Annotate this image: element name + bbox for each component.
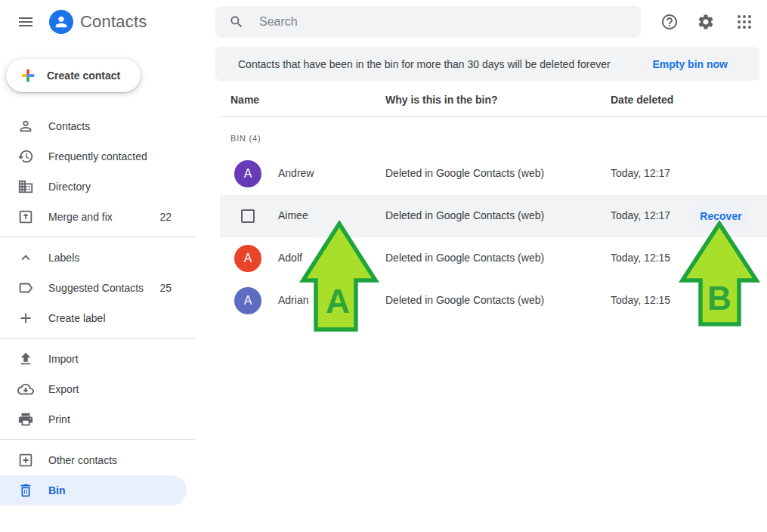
avatar-initial: A [244, 167, 252, 181]
banner-message: Contacts that have been in the bin for m… [238, 58, 611, 70]
sidebar-item-directory[interactable]: Directory [0, 172, 187, 202]
merge-fix-icon [17, 209, 35, 225]
sidebar-item-import[interactable]: Import [0, 344, 187, 374]
avatar-initial: A [244, 252, 252, 265]
sidebar-divider [0, 338, 195, 339]
sidebar-item-label: Create label [48, 312, 106, 324]
sidebar-item-bin[interactable]: Bin [0, 475, 187, 506]
google-plus-icon [20, 67, 36, 84]
date-deleted: Today, 12:17 [611, 167, 670, 179]
column-header-date: Date deleted [611, 94, 673, 106]
bin-reason: Deleted in Google Contacts (web) [385, 209, 544, 221]
sidebar-item-export[interactable]: Export [0, 374, 187, 404]
table-row-aimee[interactable]: Aimee Deleted in Google Contacts (web) T… [220, 195, 767, 237]
date-deleted: Today, 12:15 [611, 252, 670, 264]
box-plus-icon [17, 452, 35, 469]
top-bar: Contacts [0, 0, 767, 44]
sidebar-item-label: Other contacts [48, 454, 117, 466]
upload-icon [17, 351, 35, 367]
date-deleted: Today, 12:17 [611, 209, 670, 221]
sidebar-item-label: Import [48, 353, 79, 365]
sidebar-divider [0, 439, 195, 440]
sidebar-item-other-contacts[interactable]: Other contacts [0, 445, 187, 475]
avatar: A [234, 245, 261, 272]
apps-grid-icon[interactable] [735, 13, 753, 31]
sidebar-item-label: Print [48, 413, 70, 425]
sidebar: Create contact Contacts Frequently conta… [0, 44, 195, 532]
merge-fix-badge: 22 [159, 211, 172, 223]
avatar: A [234, 160, 261, 187]
sidebar-item-label: Frequently contacted [48, 150, 147, 162]
create-contact-label: Create contact [47, 70, 120, 82]
cloud-download-icon [17, 381, 35, 397]
sidebar-item-label: Directory [48, 181, 91, 193]
sidebar-item-label: Bin [48, 484, 66, 496]
table-row-adrian[interactable]: A Adrian Deleted in Google Contacts (web… [220, 280, 767, 322]
search-icon [229, 14, 244, 29]
plus-icon [17, 310, 35, 326]
contacts-logo[interactable] [49, 10, 73, 34]
search-bar[interactable] [215, 6, 641, 38]
search-input[interactable] [259, 15, 592, 29]
sidebar-item-merge-and-fix[interactable]: Merge and fix 22 [0, 202, 187, 232]
sidebar-item-label: Suggested Contacts [48, 282, 144, 294]
bin-reason: Deleted in Google Contacts (web) [385, 167, 544, 179]
date-deleted: Today, 12:15 [611, 294, 670, 306]
sidebar-item-label: Export [48, 383, 79, 395]
hamburger-menu-icon[interactable] [17, 13, 35, 31]
person-icon [17, 118, 35, 135]
help-icon[interactable] [660, 13, 679, 31]
contact-name: Andrew [278, 167, 314, 179]
row-checkbox[interactable] [241, 209, 255, 223]
avatar: A [234, 287, 261, 314]
sidebar-section-labels[interactable]: Labels [0, 243, 187, 273]
building-icon [17, 178, 35, 195]
sidebar-item-frequently-contacted[interactable]: Frequently contacted [0, 141, 187, 172]
create-contact-button[interactable]: Create contact [6, 59, 141, 92]
bin-reason: Deleted in Google Contacts (web) [385, 252, 544, 264]
table-header: Name Why is this in the bin? Date delete… [220, 85, 767, 117]
bin-reason: Deleted in Google Contacts (web) [385, 294, 544, 306]
column-header-reason: Why is this in the bin? [385, 94, 498, 106]
sidebar-item-print[interactable]: Print [0, 404, 187, 435]
chevron-up-icon [17, 249, 35, 266]
label-tag-icon [17, 280, 35, 296]
table-row-adolf[interactable]: A Adolf Deleted in Google Contacts (web)… [220, 237, 767, 280]
sidebar-item-contacts[interactable]: Contacts [0, 111, 187, 141]
sidebar-item-suggested-contacts[interactable]: Suggested Contacts 25 [0, 273, 187, 303]
sidebar-item-create-label[interactable]: Create label [0, 303, 187, 333]
column-header-name: Name [230, 94, 259, 106]
empty-bin-now-link[interactable]: Empty bin now [652, 58, 728, 70]
table-row-andrew[interactable]: A Andrew Deleted in Google Contacts (web… [220, 153, 767, 195]
google-contacts-app: Contacts Create contact Contacts Frequen… [0, 0, 767, 532]
recover-button[interactable]: Recover [695, 205, 747, 227]
history-clock-icon [17, 148, 35, 165]
contact-name: Adrian [278, 294, 308, 306]
contact-name: Aimee [278, 209, 308, 221]
sidebar-item-label: Labels [48, 252, 79, 264]
trash-icon [17, 482, 35, 499]
bin-warning-banner: Contacts that have been in the bin for m… [215, 47, 759, 81]
sidebar-item-label: Contacts [48, 120, 90, 132]
sidebar-divider [0, 237, 195, 237]
bin-section-label: BIN (4) [230, 134, 261, 143]
contact-name: Adolf [278, 252, 302, 264]
gear-icon[interactable] [697, 13, 715, 31]
avatar-initial: A [244, 294, 252, 308]
contacts-person-logo-icon [53, 14, 70, 30]
page-title: Contacts [80, 12, 147, 32]
sidebar-item-label: Merge and fix [48, 211, 113, 223]
printer-icon [17, 411, 35, 428]
suggested-contacts-badge: 25 [159, 282, 172, 294]
